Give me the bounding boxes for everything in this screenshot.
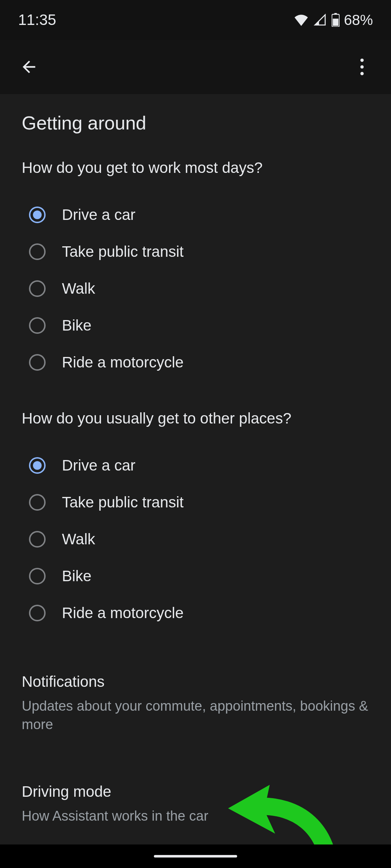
svg-point-3 — [360, 59, 363, 62]
driving-mode-title: Driving mode — [22, 783, 369, 800]
radio-unchecked-icon — [29, 354, 46, 371]
other-option-drive[interactable]: Drive a car — [29, 447, 369, 484]
work-option-walk[interactable]: Walk — [29, 270, 369, 307]
arrow-back-icon — [20, 58, 38, 76]
option-label: Walk — [62, 280, 95, 297]
option-label: Bike — [62, 567, 92, 585]
other-places-question: How do you usually get to other places? — [22, 410, 369, 427]
battery-percent: 68% — [344, 12, 373, 28]
notifications-item[interactable]: Notifications Updates about your commute… — [22, 660, 369, 747]
radio-unchecked-icon — [29, 568, 46, 584]
home-indicator — [154, 855, 237, 858]
option-label: Walk — [62, 531, 95, 548]
signal-icon — [313, 14, 327, 26]
driving-mode-subtitle: How Assistant works in the car — [22, 807, 369, 825]
status-right: 68% — [294, 12, 373, 28]
work-option-bike[interactable]: Bike — [29, 307, 369, 344]
svg-point-5 — [360, 72, 363, 75]
radio-unchecked-icon — [29, 531, 46, 548]
status-bar: 11:35 68% — [0, 0, 391, 40]
content-area: Getting around How do you get to work mo… — [0, 94, 391, 868]
battery-icon — [332, 13, 340, 27]
other-places-options: Drive a car Take public transit Walk Bik… — [22, 447, 369, 631]
back-button[interactable] — [16, 54, 42, 80]
radio-unchecked-icon — [29, 243, 46, 260]
more-vert-icon — [360, 59, 364, 75]
work-option-drive[interactable]: Drive a car — [29, 196, 369, 233]
option-label: Ride a motorcycle — [62, 354, 184, 371]
work-option-transit[interactable]: Take public transit — [29, 233, 369, 270]
svg-rect-1 — [334, 13, 337, 14]
option-label: Ride a motorcycle — [62, 604, 184, 622]
radio-unchecked-icon — [29, 494, 46, 511]
status-time: 11:35 — [18, 11, 56, 29]
work-commute-options: Drive a car Take public transit Walk Bik… — [22, 196, 369, 381]
option-label: Take public transit — [62, 494, 184, 511]
work-option-motorcycle[interactable]: Ride a motorcycle — [29, 344, 369, 381]
svg-rect-2 — [333, 19, 339, 26]
other-option-motorcycle[interactable]: Ride a motorcycle — [29, 595, 369, 631]
radio-checked-icon — [29, 207, 46, 223]
work-commute-question: How do you get to work most days? — [22, 159, 369, 176]
option-label: Bike — [62, 317, 92, 334]
svg-point-4 — [360, 65, 363, 68]
notifications-title: Notifications — [22, 673, 369, 690]
radio-unchecked-icon — [29, 280, 46, 297]
option-label: Drive a car — [62, 206, 135, 224]
overflow-menu-button[interactable] — [349, 54, 375, 80]
notifications-subtitle: Updates about your commute, appointments… — [22, 697, 369, 734]
other-option-transit[interactable]: Take public transit — [29, 484, 369, 521]
app-bar — [0, 40, 391, 94]
radio-checked-icon — [29, 457, 46, 474]
other-option-bike[interactable]: Bike — [29, 558, 369, 595]
page-title: Getting around — [22, 112, 369, 134]
driving-mode-item[interactable]: Driving mode How Assistant works in the … — [22, 770, 369, 838]
option-label: Drive a car — [62, 457, 135, 474]
wifi-icon — [294, 14, 308, 26]
radio-unchecked-icon — [29, 317, 46, 334]
radio-unchecked-icon — [29, 605, 46, 621]
nav-bar — [0, 844, 391, 868]
option-label: Take public transit — [62, 243, 184, 260]
other-option-walk[interactable]: Walk — [29, 521, 369, 558]
